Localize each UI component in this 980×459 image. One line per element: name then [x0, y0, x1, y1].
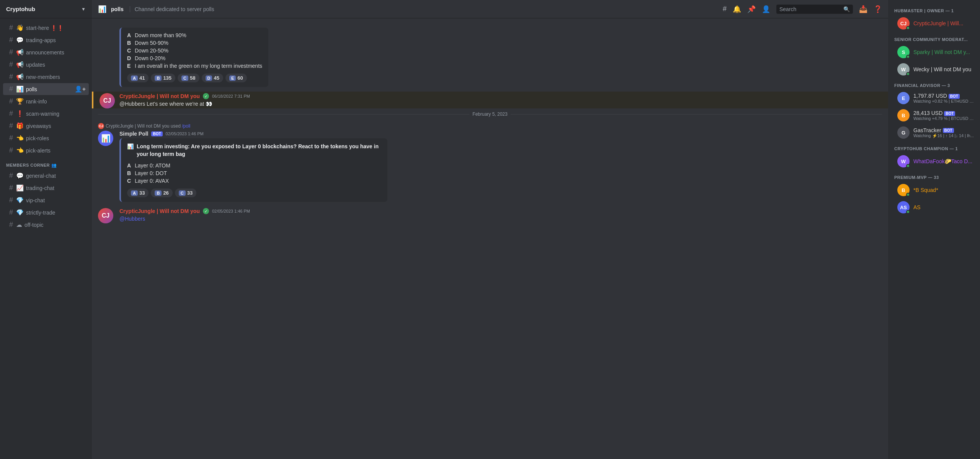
hash-icon: # [9, 146, 13, 154]
simplepoll-content: Simple Poll BOT 02/05/2023 1:46 PM 📊 Lon… [119, 131, 882, 202]
channel-label-scam-warning: scam-warning [26, 111, 59, 117]
add-member-icon[interactable]: 👤+ [75, 85, 86, 93]
sidebar-item-announcements[interactable]: # 📢 announcements [3, 46, 89, 58]
sidebar-item-off-topic[interactable]: # ☁ off-topic [3, 219, 89, 231]
chevron-down-icon: ▼ [81, 7, 86, 12]
server-name: Cryptohub [6, 6, 35, 12]
vote-badge-c2[interactable]: C33 [175, 189, 196, 197]
search-icon: 🔍 [843, 6, 850, 12]
hash-icon: # [9, 73, 13, 81]
bot-badge-inline: BOT [944, 111, 955, 116]
sidebar-item-updates[interactable]: # 📢 updates [3, 59, 89, 70]
sidebar-item-general-chat[interactable]: # 💬 general-chat [3, 170, 89, 182]
poll-option: ADown more than 90% [127, 32, 262, 38]
sidebar: Cryptohub ▼ # 👋 start-here ❗❗ # 💬 tradin… [0, 0, 92, 459]
vote-badge-d[interactable]: D45 [202, 74, 223, 82]
sidebar-item-polls[interactable]: # 📊 polls 👤+ [3, 83, 89, 95]
member-item-as[interactable]: AS AS [891, 199, 977, 216]
search-bar[interactable]: Search 🔍 [776, 5, 853, 14]
inbox-icon[interactable]: 📥 [859, 5, 867, 13]
sidebar-item-trading-apps[interactable]: # 💬 trading-apps [3, 34, 89, 46]
member-sub-gas-tracker: Watching ⚡16 | ↑ 14 |↓ 14 | lh... [913, 133, 974, 138]
member-item-gas-tracker[interactable]: G GasTracker BOT Watching ⚡16 | ↑ 14 |↓ … [891, 124, 977, 141]
vote-badge-b[interactable]: B135 [151, 74, 175, 82]
sidebar-item-pick-alerts[interactable]: # 👈 pick-alerts [3, 144, 89, 156]
member-avatar-bsquad: B [897, 184, 910, 196]
vote-badge-b2[interactable]: B26 [151, 189, 172, 197]
sidebar-item-vip-chat[interactable]: # 💎 vip-chat [3, 194, 89, 206]
hash-icon: # [9, 172, 13, 180]
channel-icon-pick-alerts: 👈 [16, 147, 24, 154]
notification-icon[interactable]: 🔔 [733, 5, 741, 13]
member-avatar-eth-tracker: E [897, 92, 910, 104]
hash-icon: # [9, 196, 13, 204]
hash-icon: # [9, 24, 13, 32]
message-header: CrypticJungle | Will not DM you ✓ 06/18/… [119, 93, 882, 99]
sidebar-item-scam-warning[interactable]: # ❗ scam-warning [3, 108, 89, 120]
channel-label-giveaways: giveaways [26, 123, 51, 129]
channel-icon-start-here: 👋 [16, 24, 24, 31]
status-dot [906, 164, 910, 168]
channel-icon-trading-chat: 📈 [16, 184, 24, 192]
sidebar-item-strictly-trade[interactable]: # 💎 strictly-trade [3, 207, 89, 218]
simplepoll-author: Simple Poll [119, 131, 148, 137]
member-name-gas-tracker: GasTracker BOT [913, 127, 974, 133]
pin-icon[interactable]: 📌 [747, 5, 756, 13]
sidebar-item-start-here[interactable]: # 👋 start-here ❗❗ [3, 22, 89, 34]
message-timestamp2: 02/05/2023 1:46 PM [212, 209, 250, 213]
vote-badge-a[interactable]: A41 [127, 74, 149, 82]
channel-icon-rank-info: 🏆 [16, 98, 24, 105]
poll-option: BDown 50-90% [127, 40, 262, 46]
hash-icon: # [9, 97, 13, 105]
member-item-eth-tracker[interactable]: E 1,797.87 USD BOT Watching +0.82 % | ET… [891, 90, 977, 107]
channel-icon-pick-roles: 👈 [16, 134, 24, 142]
role-header-premium-mvp: PREMIUM-MVP — 33 [888, 173, 980, 181]
server-header[interactable]: Cryptohub ▼ [0, 0, 92, 18]
verified-badge: ✓ [203, 93, 209, 99]
header-icons: #​ 🔔 📌 👤 Search 🔍 📥 ❓ [723, 5, 882, 14]
vote-badge-c[interactable]: C58 [178, 74, 199, 82]
member-item-wecky[interactable]: W Wecky | Will not DM you [891, 61, 977, 78]
member-item-crypticjungle[interactable]: CJ CrypticJungle | Will... [891, 15, 977, 32]
member-name-sparky: Sparky | Will not DM y... [913, 49, 970, 55]
hash-icon: # [9, 36, 13, 44]
role-section-financial-advisor: FINANCIAL ADVISOR — 3 E 1,797.87 USD BOT… [888, 81, 980, 141]
member-name-eth-tracker: 1,797.87 USD BOT [913, 93, 974, 99]
poll-container: 📊 Long term investing: Are you exposed t… [119, 138, 387, 202]
sidebar-item-pick-roles[interactable]: # 👈 pick-roles [3, 132, 89, 144]
sidebar-item-rank-info[interactable]: # 🏆 rank-info [3, 95, 89, 107]
main-content: 📊 polls Channel dedicated to server poll… [92, 0, 888, 459]
channel-label-announcements: announcements [26, 49, 64, 56]
vote-badge-a2[interactable]: A33 [127, 189, 149, 197]
channel-icon-updates: 📢 [16, 61, 24, 68]
member-item-bsquad[interactable]: B *B Squad* [891, 182, 977, 198]
right-sidebar: HUBMASTER | OWNER — 1 CJ CrypticJungle |… [888, 0, 980, 459]
vote-badge-e[interactable]: E60 [225, 74, 247, 82]
poll-option: CDown 20-50% [127, 48, 262, 54]
hash-icon: # [9, 134, 13, 142]
member-item-whatdafook[interactable]: W WhatDaFook🌮Taco D... [891, 153, 977, 170]
members-icon[interactable]: 👤 [762, 5, 770, 13]
message-text: @Hubbers Let's see where we're at 👀 [119, 101, 882, 107]
channel-label-start-here: start-here ❗❗ [26, 25, 64, 31]
channel-label-trading-chat: trading-chat [26, 185, 54, 191]
message-group: ADown more than 90% BDown 50-90% CDown 2… [92, 25, 888, 89]
message-author2: CrypticJungle | Will not DM you [119, 208, 200, 214]
channel-label-strictly-trade: strictly-trade [26, 210, 55, 216]
threads-icon[interactable]: #​ [723, 5, 727, 13]
help-icon[interactable]: ❓ [874, 5, 882, 13]
member-name-as: AS [913, 204, 921, 210]
sidebar-item-new-members[interactable]: # 📢 new-members [3, 71, 89, 83]
status-dot [906, 210, 910, 214]
member-name-crypticjungle: CrypticJungle | Will... [913, 20, 963, 26]
channel-label-updates: updates [26, 62, 45, 68]
sidebar-item-giveaways[interactable]: # 🎁 giveaways [3, 120, 89, 132]
member-item-btc-tracker[interactable]: B 28,413 USD BOT Watching +4.79 % | BTCU… [891, 107, 977, 124]
hash-icon: # [9, 122, 13, 130]
poll-options-layer0: ALayer 0: ATOM BLayer 0: DOT CLayer 0: A… [127, 162, 381, 184]
status-dot [906, 193, 910, 197]
verified-badge2: ✓ [203, 208, 209, 214]
sidebar-item-trading-chat[interactable]: # 📈 trading-chat [3, 182, 89, 194]
member-item-sparky[interactable]: S Sparky | Will not DM y... [891, 44, 977, 61]
hash-icon: # [9, 221, 13, 229]
